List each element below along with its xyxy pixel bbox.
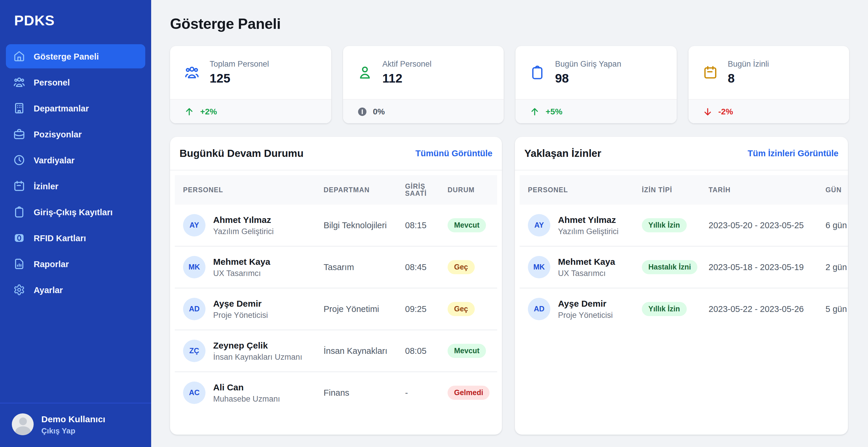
sidebar-item-label: RFID Kartları — [34, 233, 86, 243]
person-role: Proje Yöneticisi — [558, 311, 613, 320]
user-name: Demo Kullanıcı — [41, 414, 105, 424]
leaves-table: Personel İzin Tipi Tarih Gün AY Ahmet Yı… — [520, 175, 848, 330]
panels-row: Bugünkü Devam Durumu Tümünü Görüntüle Pe… — [170, 137, 849, 435]
department-cell: Finans — [316, 372, 398, 413]
clipboard-icon — [13, 206, 25, 218]
sidebar-item-label: Gösterge Paneli — [34, 51, 99, 61]
leave-type-badge: Yıllık İzin — [642, 218, 686, 232]
sidebar-item-vardiyalar[interactable]: Vardiyalar — [6, 148, 145, 172]
sidebar-user-section: Demo Kullanıcı Çıkış Yap — [0, 403, 151, 447]
column-header-izin-tipi: İzin Tipi — [635, 175, 702, 205]
status-badge: Mevcut — [447, 344, 486, 358]
stat-card-aktif-personel: Aktif Personel 112 0% — [343, 46, 504, 123]
table-row[interactable]: AC Ali Can Muhasebe Uzmanı Finans - Gelm… — [175, 372, 497, 413]
table-row[interactable]: ZÇ Zeynep Çelik İnsan Kaynakları Uzmanı … — [175, 330, 497, 372]
table-row[interactable]: AY Ahmet Yılmaz Yazılım Geliştirici Bilg… — [175, 205, 497, 246]
person-icon — [357, 65, 372, 80]
stat-value: 98 — [555, 71, 621, 85]
entry-time-cell: 08:05 — [398, 330, 440, 372]
clock-icon — [13, 154, 25, 166]
sidebar-item-rfid-kartlari[interactable]: RFID Kartları — [6, 226, 145, 250]
sidebar-item-label: İzinler — [34, 181, 58, 191]
sidebar-item-giris-cikis-kayitlari[interactable]: Giriş-Çıkış Kayıtları — [6, 200, 145, 224]
column-header-tarih: Tarih — [702, 175, 818, 205]
column-header-personel: Personel — [175, 175, 316, 205]
status-badge: Geç — [447, 302, 474, 316]
entry-time-cell: - — [398, 372, 440, 413]
clipboard-icon — [530, 65, 545, 80]
sidebar-nav: Gösterge Paneli Personel Departmanlar Po… — [0, 44, 151, 403]
avatar: ZÇ — [183, 340, 206, 362]
trend-value: -2% — [718, 107, 733, 116]
table-row[interactable]: AD Ayşe Demir Proje Yöneticisi Yıllık İz… — [520, 288, 848, 330]
status-badge: Mevcut — [447, 218, 486, 232]
sidebar-item-label: Raporlar — [34, 259, 69, 269]
logout-link[interactable]: Çıkış Yap — [41, 426, 105, 435]
avatar: MK — [183, 256, 206, 278]
trend-up-icon — [530, 106, 540, 116]
person-role: UX Tasarımcı — [558, 269, 615, 278]
leaves-panel: Yaklaşan İzinler Tüm İzinleri Görüntüle … — [515, 137, 848, 435]
avatar — [12, 413, 34, 435]
stat-card-bugun-izinli: Bugün İzinli 8 -2% — [688, 46, 849, 123]
sidebar-item-gosterge-paneli[interactable]: Gösterge Paneli — [6, 44, 145, 68]
sidebar-item-label: Departmanlar — [34, 103, 89, 113]
stat-value: 112 — [382, 71, 432, 85]
app-logo: PDKS — [0, 0, 151, 44]
trend-value: 0% — [373, 107, 385, 116]
column-header-personel: Personel — [520, 175, 635, 205]
person-role: Yazılım Geliştirici — [558, 227, 619, 236]
table-row[interactable]: AD Ayşe Demir Proje Yöneticisi Proje Yön… — [175, 288, 497, 330]
person-name: Ahmet Yılmaz — [558, 215, 619, 225]
sidebar-item-raporlar[interactable]: Raporlar — [6, 252, 145, 276]
pdks-app: PDKS Gösterge Paneli Personel Departmanl… — [0, 0, 868, 447]
leaves-view-all-link[interactable]: Tüm İzinleri Görüntüle — [748, 148, 838, 158]
stat-label: Aktif Personel — [382, 60, 432, 68]
status-badge: Geç — [447, 260, 474, 274]
stat-card-toplam-personel: Toplam Personel 125 +2% — [170, 46, 331, 123]
status-badge: Gelmedi — [447, 386, 490, 400]
person-role: Proje Yöneticisi — [213, 311, 268, 320]
department-cell: Tasarım — [316, 246, 398, 288]
person-role: İnsan Kaynakları Uzmanı — [213, 353, 302, 362]
sidebar-item-departmanlar[interactable]: Departmanlar — [6, 96, 145, 120]
sidebar-item-label: Ayarlar — [34, 285, 63, 295]
sidebar-item-ayarlar[interactable]: Ayarlar — [6, 278, 145, 302]
leave-type-badge: Hastalık İzni — [642, 260, 698, 274]
date-range-cell: 2023-05-18 - 2023-05-19 — [702, 246, 818, 288]
trend-down-icon — [702, 106, 712, 116]
briefcase-icon — [13, 128, 25, 140]
stat-card-bugun-giris-yapan: Bugün Giriş Yapan 98 +5% — [516, 46, 676, 123]
department-cell: Proje Yönetimi — [316, 288, 398, 330]
table-row[interactable]: MK Mehmet Kaya UX Tasarımcı Tasarım 08:4… — [175, 246, 497, 288]
avatar: AC — [183, 382, 206, 404]
leaves-panel-title: Yaklaşan İzinler — [524, 147, 601, 160]
table-row[interactable]: MK Mehmet Kaya UX Tasarımcı Hastalık İzn… — [520, 246, 848, 288]
users-icon — [13, 76, 25, 89]
person-name: Ahmet Yılmaz — [213, 215, 274, 225]
person-role: UX Tasarımcı — [213, 269, 270, 278]
days-cell: 2 gün — [818, 246, 848, 288]
attendance-view-all-link[interactable]: Tümünü Görüntüle — [415, 148, 492, 158]
avatar: AY — [183, 214, 206, 237]
person-role: Muhasebe Uzmanı — [213, 394, 280, 403]
department-cell: Bilgi Teknolojileri — [316, 205, 398, 246]
attendance-panel: Bugünkü Devam Durumu Tümünü Görüntüle Pe… — [170, 137, 502, 435]
person-name: Mehmet Kaya — [558, 256, 615, 267]
sidebar-item-personel[interactable]: Personel — [6, 70, 145, 94]
table-row[interactable]: AY Ahmet Yılmaz Yazılım Geliştirici Yıll… — [520, 205, 848, 246]
calendar-icon — [702, 65, 718, 80]
sidebar-item-izinler[interactable]: İzinler — [6, 174, 145, 198]
report-icon — [13, 258, 25, 270]
calendar-icon — [13, 180, 25, 192]
sidebar-item-pozisyonlar[interactable]: Pozisyonlar — [6, 122, 145, 146]
stat-label: Bugün Giriş Yapan — [555, 60, 621, 68]
attendance-table: Personel Departman Giriş Saati Durum AY … — [175, 175, 497, 413]
attendance-panel-title: Bugünkü Devam Durumu — [180, 147, 304, 160]
entry-time-cell: 08:15 — [398, 205, 440, 246]
avatar: MK — [528, 256, 550, 278]
entry-time-cell: 09:25 — [398, 288, 440, 330]
rfid-card-icon — [13, 232, 25, 244]
stat-value: 125 — [210, 71, 269, 85]
column-header-giris-saati: Giriş Saati — [398, 175, 440, 205]
